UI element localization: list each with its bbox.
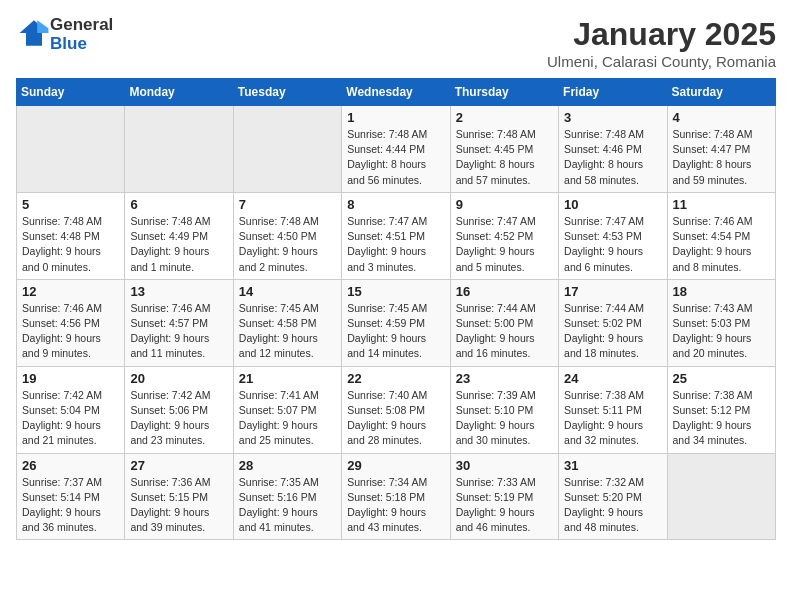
day-number: 31	[564, 458, 661, 473]
day-info: Sunrise: 7:36 AM Sunset: 5:15 PM Dayligh…	[130, 475, 227, 536]
weekday-header: Wednesday	[342, 79, 450, 106]
day-info: Sunrise: 7:39 AM Sunset: 5:10 PM Dayligh…	[456, 388, 553, 449]
calendar-day-cell: 27Sunrise: 7:36 AM Sunset: 5:15 PM Dayli…	[125, 453, 233, 540]
day-number: 11	[673, 197, 770, 212]
day-number: 7	[239, 197, 336, 212]
calendar-subtitle: Ulmeni, Calarasi County, Romania	[547, 53, 776, 70]
day-info: Sunrise: 7:40 AM Sunset: 5:08 PM Dayligh…	[347, 388, 444, 449]
calendar-day-cell	[125, 106, 233, 193]
calendar-title: January 2025	[547, 16, 776, 53]
day-number: 21	[239, 371, 336, 386]
calendar-day-cell: 6Sunrise: 7:48 AM Sunset: 4:49 PM Daylig…	[125, 192, 233, 279]
calendar-day-cell: 21Sunrise: 7:41 AM Sunset: 5:07 PM Dayli…	[233, 366, 341, 453]
calendar-day-cell: 28Sunrise: 7:35 AM Sunset: 5:16 PM Dayli…	[233, 453, 341, 540]
day-info: Sunrise: 7:47 AM Sunset: 4:51 PM Dayligh…	[347, 214, 444, 275]
logo-blue: Blue	[50, 35, 113, 54]
calendar-week-row: 26Sunrise: 7:37 AM Sunset: 5:14 PM Dayli…	[17, 453, 776, 540]
calendar-day-cell: 8Sunrise: 7:47 AM Sunset: 4:51 PM Daylig…	[342, 192, 450, 279]
day-number: 13	[130, 284, 227, 299]
day-number: 24	[564, 371, 661, 386]
calendar-day-cell: 16Sunrise: 7:44 AM Sunset: 5:00 PM Dayli…	[450, 279, 558, 366]
calendar-day-cell: 13Sunrise: 7:46 AM Sunset: 4:57 PM Dayli…	[125, 279, 233, 366]
day-number: 30	[456, 458, 553, 473]
day-number: 22	[347, 371, 444, 386]
calendar-day-cell: 19Sunrise: 7:42 AM Sunset: 5:04 PM Dayli…	[17, 366, 125, 453]
day-info: Sunrise: 7:48 AM Sunset: 4:50 PM Dayligh…	[239, 214, 336, 275]
calendar-day-cell: 14Sunrise: 7:45 AM Sunset: 4:58 PM Dayli…	[233, 279, 341, 366]
day-info: Sunrise: 7:42 AM Sunset: 5:06 PM Dayligh…	[130, 388, 227, 449]
day-number: 18	[673, 284, 770, 299]
day-number: 4	[673, 110, 770, 125]
day-info: Sunrise: 7:46 AM Sunset: 4:57 PM Dayligh…	[130, 301, 227, 362]
day-info: Sunrise: 7:35 AM Sunset: 5:16 PM Dayligh…	[239, 475, 336, 536]
day-number: 28	[239, 458, 336, 473]
day-number: 19	[22, 371, 119, 386]
calendar-day-cell: 26Sunrise: 7:37 AM Sunset: 5:14 PM Dayli…	[17, 453, 125, 540]
page-header: General Blue January 2025 Ulmeni, Calara…	[16, 16, 776, 70]
day-info: Sunrise: 7:48 AM Sunset: 4:47 PM Dayligh…	[673, 127, 770, 188]
calendar-day-cell: 10Sunrise: 7:47 AM Sunset: 4:53 PM Dayli…	[559, 192, 667, 279]
weekday-header: Monday	[125, 79, 233, 106]
calendar-day-cell	[667, 453, 775, 540]
calendar-day-cell: 3Sunrise: 7:48 AM Sunset: 4:46 PM Daylig…	[559, 106, 667, 193]
calendar-day-cell: 12Sunrise: 7:46 AM Sunset: 4:56 PM Dayli…	[17, 279, 125, 366]
day-number: 17	[564, 284, 661, 299]
day-info: Sunrise: 7:45 AM Sunset: 4:58 PM Dayligh…	[239, 301, 336, 362]
day-info: Sunrise: 7:43 AM Sunset: 5:03 PM Dayligh…	[673, 301, 770, 362]
day-number: 12	[22, 284, 119, 299]
calendar-day-cell: 1Sunrise: 7:48 AM Sunset: 4:44 PM Daylig…	[342, 106, 450, 193]
calendar-day-cell: 17Sunrise: 7:44 AM Sunset: 5:02 PM Dayli…	[559, 279, 667, 366]
title-area: January 2025 Ulmeni, Calarasi County, Ro…	[547, 16, 776, 70]
day-number: 9	[456, 197, 553, 212]
day-info: Sunrise: 7:45 AM Sunset: 4:59 PM Dayligh…	[347, 301, 444, 362]
day-number: 2	[456, 110, 553, 125]
calendar-day-cell: 2Sunrise: 7:48 AM Sunset: 4:45 PM Daylig…	[450, 106, 558, 193]
day-number: 3	[564, 110, 661, 125]
day-number: 20	[130, 371, 227, 386]
calendar-day-cell: 7Sunrise: 7:48 AM Sunset: 4:50 PM Daylig…	[233, 192, 341, 279]
day-number: 27	[130, 458, 227, 473]
calendar-day-cell: 20Sunrise: 7:42 AM Sunset: 5:06 PM Dayli…	[125, 366, 233, 453]
calendar-day-cell: 11Sunrise: 7:46 AM Sunset: 4:54 PM Dayli…	[667, 192, 775, 279]
day-info: Sunrise: 7:48 AM Sunset: 4:44 PM Dayligh…	[347, 127, 444, 188]
logo-icon	[18, 17, 50, 49]
day-info: Sunrise: 7:38 AM Sunset: 5:11 PM Dayligh…	[564, 388, 661, 449]
calendar-week-row: 19Sunrise: 7:42 AM Sunset: 5:04 PM Dayli…	[17, 366, 776, 453]
day-info: Sunrise: 7:38 AM Sunset: 5:12 PM Dayligh…	[673, 388, 770, 449]
calendar-day-cell: 23Sunrise: 7:39 AM Sunset: 5:10 PM Dayli…	[450, 366, 558, 453]
calendar-week-row: 12Sunrise: 7:46 AM Sunset: 4:56 PM Dayli…	[17, 279, 776, 366]
day-info: Sunrise: 7:42 AM Sunset: 5:04 PM Dayligh…	[22, 388, 119, 449]
calendar-day-cell: 31Sunrise: 7:32 AM Sunset: 5:20 PM Dayli…	[559, 453, 667, 540]
weekday-header: Tuesday	[233, 79, 341, 106]
day-info: Sunrise: 7:32 AM Sunset: 5:20 PM Dayligh…	[564, 475, 661, 536]
day-info: Sunrise: 7:33 AM Sunset: 5:19 PM Dayligh…	[456, 475, 553, 536]
day-number: 5	[22, 197, 119, 212]
day-info: Sunrise: 7:37 AM Sunset: 5:14 PM Dayligh…	[22, 475, 119, 536]
day-info: Sunrise: 7:46 AM Sunset: 4:54 PM Dayligh…	[673, 214, 770, 275]
day-number: 16	[456, 284, 553, 299]
calendar-header-row: SundayMondayTuesdayWednesdayThursdayFrid…	[17, 79, 776, 106]
day-info: Sunrise: 7:48 AM Sunset: 4:49 PM Dayligh…	[130, 214, 227, 275]
calendar-day-cell: 24Sunrise: 7:38 AM Sunset: 5:11 PM Dayli…	[559, 366, 667, 453]
day-number: 23	[456, 371, 553, 386]
calendar-day-cell: 4Sunrise: 7:48 AM Sunset: 4:47 PM Daylig…	[667, 106, 775, 193]
svg-marker-1	[37, 20, 48, 33]
calendar-day-cell: 9Sunrise: 7:47 AM Sunset: 4:52 PM Daylig…	[450, 192, 558, 279]
calendar-day-cell: 5Sunrise: 7:48 AM Sunset: 4:48 PM Daylig…	[17, 192, 125, 279]
day-info: Sunrise: 7:41 AM Sunset: 5:07 PM Dayligh…	[239, 388, 336, 449]
day-info: Sunrise: 7:46 AM Sunset: 4:56 PM Dayligh…	[22, 301, 119, 362]
day-number: 15	[347, 284, 444, 299]
calendar-day-cell: 29Sunrise: 7:34 AM Sunset: 5:18 PM Dayli…	[342, 453, 450, 540]
calendar-table: SundayMondayTuesdayWednesdayThursdayFrid…	[16, 78, 776, 540]
day-info: Sunrise: 7:48 AM Sunset: 4:46 PM Dayligh…	[564, 127, 661, 188]
day-number: 8	[347, 197, 444, 212]
weekday-header: Friday	[559, 79, 667, 106]
weekday-header: Saturday	[667, 79, 775, 106]
day-number: 25	[673, 371, 770, 386]
calendar-day-cell	[17, 106, 125, 193]
day-number: 6	[130, 197, 227, 212]
calendar-day-cell	[233, 106, 341, 193]
day-number: 14	[239, 284, 336, 299]
logo: General Blue	[16, 16, 113, 53]
calendar-day-cell: 25Sunrise: 7:38 AM Sunset: 5:12 PM Dayli…	[667, 366, 775, 453]
